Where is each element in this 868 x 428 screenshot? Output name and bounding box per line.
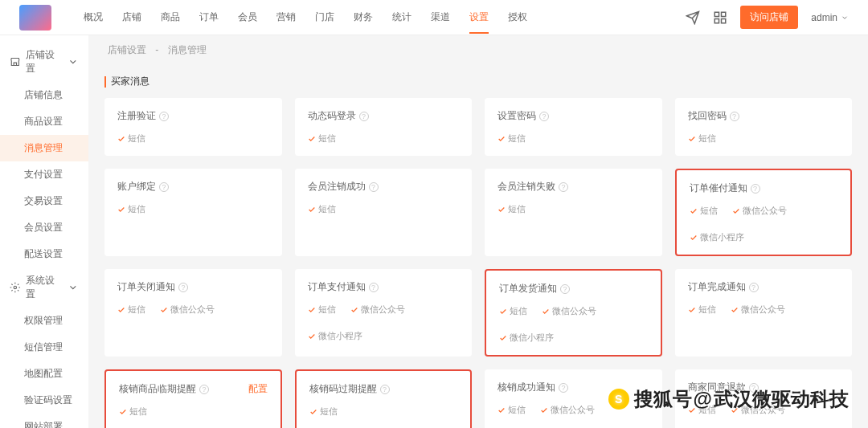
top-actions: 访问店铺 admin xyxy=(686,6,849,29)
topnav-item-6[interactable]: 门店 xyxy=(315,1,334,34)
side-item-1-3[interactable]: 验证码设置 xyxy=(0,387,88,414)
card-1-0[interactable]: 账户绑定?短信 xyxy=(104,169,282,256)
card-2-3[interactable]: 订单完成通知?短信微信公众号 xyxy=(675,269,853,357)
config-link[interactable]: 配置 xyxy=(248,382,268,396)
channel-tag: 短信 xyxy=(688,304,716,316)
card-body: 短信 xyxy=(308,132,460,145)
card-header: 订单关闭通知? xyxy=(117,280,269,294)
card-title: 注册验证 xyxy=(117,109,156,123)
channel-tag: 短信 xyxy=(688,132,716,145)
topnav: 概况店铺商品订单会员营销门店财务统计渠道设置授权 xyxy=(84,1,686,34)
card-1-2[interactable]: 会员注销失败?短信 xyxy=(485,169,662,256)
svg-rect-2 xyxy=(715,18,719,22)
card-0-2[interactable]: 设置密码?短信 xyxy=(485,98,662,156)
card-title: 订单关闭通知 xyxy=(117,280,175,294)
side-group-1[interactable]: 系统设置 xyxy=(0,267,88,308)
card-2-2[interactable]: 订单发货通知?短信微信公众号微信小程序 xyxy=(485,269,662,357)
topnav-item-0[interactable]: 概况 xyxy=(84,1,103,34)
card-body: 短信 xyxy=(117,132,269,145)
card-1-3[interactable]: 订单催付通知?短信微信公众号微信小程序 xyxy=(675,169,853,256)
help-icon[interactable]: ? xyxy=(751,184,760,194)
card-0-0[interactable]: 注册验证?短信 xyxy=(104,98,282,156)
svg-point-4 xyxy=(14,286,16,288)
svg-rect-1 xyxy=(722,12,726,16)
topnav-item-7[interactable]: 财务 xyxy=(354,1,373,34)
card-title: 会员注销成功 xyxy=(308,180,366,194)
card-body: 短信微信公众号微信小程序 xyxy=(308,304,460,342)
card-0-1[interactable]: 动态码登录?短信 xyxy=(295,98,473,156)
help-icon[interactable]: ? xyxy=(559,182,568,192)
breadcrumb: 店铺设置 - 消息管理 xyxy=(88,35,868,65)
side-item-0-2[interactable]: 消息管理 xyxy=(0,135,88,161)
visit-store-button[interactable]: 访问店铺 xyxy=(740,6,798,29)
help-icon[interactable]: ? xyxy=(369,182,379,192)
topnav-item-5[interactable]: 营销 xyxy=(276,1,296,34)
card-title: 核销码过期提醒 xyxy=(309,382,377,396)
side-item-1-2[interactable]: 地图配置 xyxy=(0,361,88,387)
topnav-item-2[interactable]: 商品 xyxy=(161,1,180,34)
side-item-0-5[interactable]: 会员设置 xyxy=(0,214,88,241)
help-icon[interactable]: ? xyxy=(159,112,169,121)
card-body: 短信 xyxy=(688,132,840,145)
topnav-item-10[interactable]: 设置 xyxy=(469,1,489,34)
card-header: 会员注销失败? xyxy=(497,180,649,194)
help-icon[interactable]: ? xyxy=(199,385,209,394)
card-0-3[interactable]: 找回密码?短信 xyxy=(675,98,853,156)
channel-tag: 微信小程序 xyxy=(499,332,554,344)
topnav-item-4[interactable]: 会员 xyxy=(238,1,257,34)
crumb-0[interactable]: 店铺设置 xyxy=(108,44,146,55)
svg-rect-3 xyxy=(722,18,726,22)
side-item-0-3[interactable]: 支付设置 xyxy=(0,161,88,188)
help-icon[interactable]: ? xyxy=(560,284,570,294)
card-2-0[interactable]: 订单关闭通知?短信微信公众号 xyxy=(104,269,282,357)
channel-tag: 短信 xyxy=(497,132,526,145)
topnav-item-9[interactable]: 渠道 xyxy=(431,1,450,34)
side-item-1-0[interactable]: 权限管理 xyxy=(0,308,88,334)
channel-tag: 微信公众号 xyxy=(542,305,596,317)
topnav-item-11[interactable]: 授权 xyxy=(508,1,527,34)
qr-icon[interactable] xyxy=(713,10,727,25)
help-icon[interactable]: ? xyxy=(380,385,390,394)
side-item-0-4[interactable]: 交易设置 xyxy=(0,188,88,214)
watermark: S 搜狐号 @ 武汉微驱动科技 xyxy=(608,386,849,412)
help-icon[interactable]: ? xyxy=(359,112,369,121)
channel-tag: 微信公众号 xyxy=(731,304,785,316)
send-icon[interactable] xyxy=(686,10,700,25)
card-header: 账户绑定? xyxy=(117,180,269,194)
channel-tag: 微信公众号 xyxy=(350,304,405,316)
card-header: 会员注销成功? xyxy=(308,180,460,194)
card-title: 订单催付通知 xyxy=(690,181,747,195)
side-item-0-6[interactable]: 配送设置 xyxy=(0,241,88,267)
help-icon[interactable]: ? xyxy=(730,112,739,121)
side-item-1-1[interactable]: 短信管理 xyxy=(0,334,88,361)
help-icon[interactable]: ? xyxy=(178,283,188,292)
help-icon[interactable]: ? xyxy=(539,112,549,121)
card-1-1[interactable]: 会员注销成功?短信 xyxy=(295,169,473,256)
help-icon[interactable]: ? xyxy=(749,283,759,292)
card-header: 核销码过期提醒? xyxy=(309,382,458,396)
card-2-1[interactable]: 订单支付通知?短信微信公众号微信小程序 xyxy=(295,269,473,357)
side-item-1-4[interactable]: 网站部署 xyxy=(0,414,88,428)
channel-tag: 短信 xyxy=(497,404,526,416)
user-menu[interactable]: admin xyxy=(811,12,849,23)
help-icon[interactable]: ? xyxy=(559,383,568,393)
card-header: 找回密码? xyxy=(688,109,840,123)
channel-tag: 短信 xyxy=(117,304,145,316)
card-body: 短信 xyxy=(309,406,458,418)
side-group-0[interactable]: 店铺设置 xyxy=(0,42,88,82)
topnav-item-3[interactable]: 订单 xyxy=(199,1,219,34)
channel-tag: 短信 xyxy=(119,406,147,418)
help-icon[interactable]: ? xyxy=(159,182,169,192)
side-item-0-0[interactable]: 店铺信息 xyxy=(0,82,88,108)
channel-tag: 微信小程序 xyxy=(308,330,362,342)
card-header: 订单发货通知? xyxy=(499,282,648,296)
topnav-item-8[interactable]: 统计 xyxy=(392,1,411,34)
card-title: 动态码登录 xyxy=(308,109,356,123)
layout: 店铺设置店铺信息商品设置消息管理支付设置交易设置会员设置配送设置系统设置权限管理… xyxy=(0,35,868,428)
help-icon[interactable]: ? xyxy=(369,283,379,292)
card-3-0[interactable]: 核销商品临期提醒?配置短信 xyxy=(104,369,282,428)
chevron-down-icon xyxy=(841,14,849,22)
topnav-item-1[interactable]: 店铺 xyxy=(122,1,141,34)
side-item-0-1[interactable]: 商品设置 xyxy=(0,108,88,135)
card-3-1[interactable]: 核销码过期提醒?短信 xyxy=(295,369,473,428)
